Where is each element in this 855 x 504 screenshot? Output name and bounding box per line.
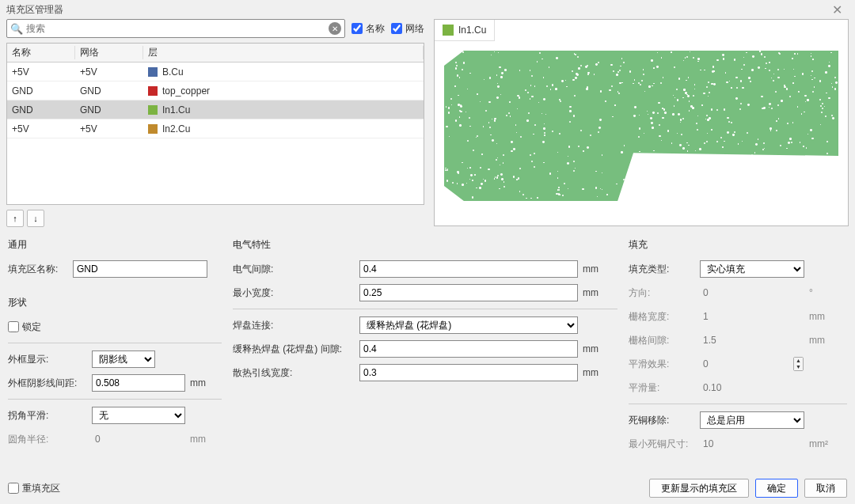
pad-connection-select[interactable]: 缓释热焊盘 (花焊盘) <box>359 316 578 334</box>
outline-display-label: 外框显示: <box>8 353 87 366</box>
group-fill: 填充 <box>629 237 847 253</box>
cell-layer: B.Cu <box>143 66 424 78</box>
cell-layer: top_copper <box>143 85 424 97</box>
clearance-label: 电气间隙: <box>233 263 355 276</box>
grid-gap-label: 栅格间隙: <box>629 334 695 347</box>
close-icon[interactable]: ✕ <box>826 2 849 17</box>
cell-name: +5V <box>7 123 75 135</box>
ok-button[interactable]: 确定 <box>755 479 798 498</box>
layer-swatch <box>148 67 158 77</box>
cell-layer: In2.Cu <box>143 123 424 135</box>
corner-smooth-select[interactable]: 无 <box>92 407 185 424</box>
zone-name-label: 填充区名称: <box>8 263 68 276</box>
spinner[interactable]: ▲▼ <box>793 357 804 371</box>
spoke-width-input[interactable] <box>359 364 578 381</box>
filter-name-checkbox[interactable]: 名称 <box>352 22 385 36</box>
search-icon: 🔍 <box>10 23 23 35</box>
preview-panel: In1.Cu <box>434 19 849 226</box>
chevron-up-icon: ▲ <box>794 358 803 364</box>
corner-radius-label: 圆角半径: <box>8 433 87 446</box>
fill-type-label: 填充类型: <box>629 263 695 276</box>
preview-tab-label: In1.Cu <box>458 25 486 36</box>
cell-net: +5V <box>75 123 143 135</box>
smooth-effect-label: 平滑效果: <box>629 358 695 371</box>
spoke-width-label: 散热引线宽度: <box>233 366 355 380</box>
table-row[interactable]: GNDGNDtop_copper <box>7 81 424 100</box>
cell-layer: In1.Cu <box>143 104 424 116</box>
min-island-label: 最小死铜尺寸: <box>629 438 695 451</box>
col-name[interactable]: 名称 <box>7 46 75 59</box>
hatch-pitch-input[interactable] <box>92 374 185 392</box>
thermal-gap-input[interactable] <box>359 340 578 358</box>
update-display-button[interactable]: 更新显示的填充区 <box>649 479 749 498</box>
clear-search-icon[interactable]: ✕ <box>329 22 341 35</box>
table-header: 名称 网络 层 <box>7 44 424 63</box>
smooth-amount-label: 平滑量: <box>629 381 695 395</box>
cell-name: GND <box>7 85 75 97</box>
pad-connection-label: 焊盘连接: <box>233 319 355 332</box>
group-electrical: 电气特性 <box>233 237 618 253</box>
clearance-input[interactable] <box>359 260 578 278</box>
table-row[interactable]: GNDGNDIn1.Cu <box>7 100 424 119</box>
layer-swatch <box>148 124 158 134</box>
min-island-input <box>700 435 804 453</box>
table-row[interactable]: +5V+5VB.Cu <box>7 63 424 81</box>
outline-display-select[interactable]: 阴影线 <box>92 351 155 368</box>
table-row[interactable]: +5V+5VIn2.Cu <box>7 119 424 138</box>
min-width-label: 最小宽度: <box>233 286 355 300</box>
move-up-button[interactable]: ↑ <box>6 210 24 227</box>
cell-net: GND <box>75 104 143 116</box>
smooth-effect-input <box>700 355 788 373</box>
group-shape: 形状 <box>8 294 222 311</box>
layer-swatch <box>148 105 158 115</box>
zone-name-input[interactable] <box>73 260 207 278</box>
grid-width-label: 栅格宽度: <box>629 310 695 324</box>
lock-checkbox[interactable]: 锁定 <box>8 320 41 334</box>
col-layer[interactable]: 层 <box>143 46 424 59</box>
layer-swatch <box>148 86 158 96</box>
move-down-button[interactable]: ↓ <box>27 210 44 227</box>
chevron-down-icon: ▼ <box>794 364 803 370</box>
corner-radius-input <box>92 430 185 448</box>
refill-checkbox[interactable]: 重填充区 <box>8 482 60 495</box>
cell-net: GND <box>75 85 143 97</box>
pcb-preview <box>444 51 838 201</box>
zone-table[interactable]: 名称 网络 层 +5V+5VB.CuGNDGNDtop_copperGNDGND… <box>6 43 424 205</box>
corner-smooth-label: 拐角平滑: <box>8 409 87 423</box>
orientation-input <box>700 284 804 301</box>
col-net[interactable]: 网络 <box>75 46 143 59</box>
preview-tab[interactable]: In1.Cu <box>435 20 495 41</box>
cancel-button[interactable]: 取消 <box>804 479 847 498</box>
min-width-input[interactable] <box>359 284 578 301</box>
hatch-pitch-label: 外框阴影线间距: <box>8 377 87 390</box>
search-input[interactable] <box>26 23 329 34</box>
filter-net-checkbox[interactable]: 网络 <box>391 22 424 36</box>
remove-islands-select[interactable]: 总是启用 <box>700 411 804 429</box>
smooth-amount-input <box>700 379 804 396</box>
fill-type-select[interactable]: 实心填充 <box>700 260 804 278</box>
remove-islands-label: 死铜移除: <box>629 414 695 427</box>
cell-name: +5V <box>7 66 75 78</box>
grid-width-input <box>700 308 804 325</box>
window-title: 填充区管理器 <box>6 3 63 17</box>
orientation-label: 方向: <box>629 286 695 300</box>
group-general: 通用 <box>8 237 222 253</box>
layer-swatch <box>443 25 454 36</box>
cell-name: GND <box>7 104 75 116</box>
thermal-gap-label: 缓释热焊盘 (花焊盘) 间隙: <box>233 343 355 356</box>
cell-net: +5V <box>75 66 143 78</box>
grid-gap-input <box>700 332 804 349</box>
search-box[interactable]: 🔍 ✕ <box>6 19 345 38</box>
titlebar: 填充区管理器 ✕ <box>0 0 855 19</box>
